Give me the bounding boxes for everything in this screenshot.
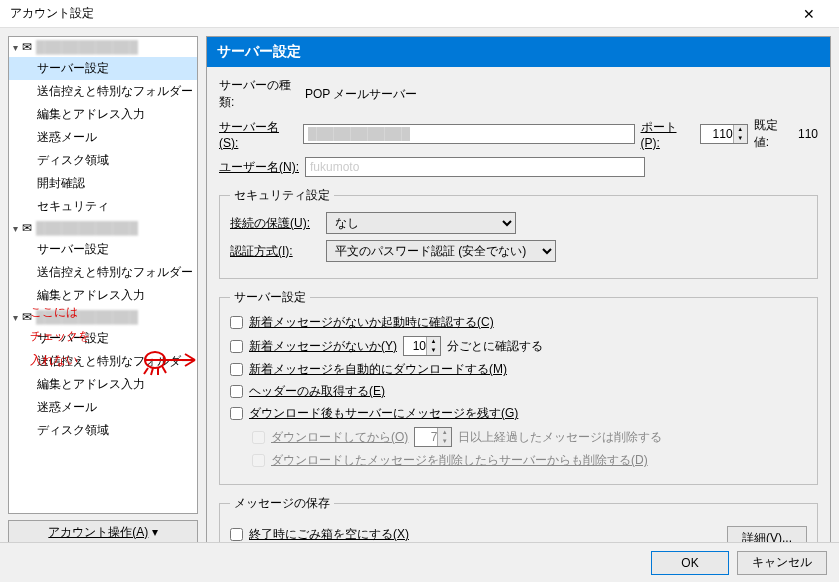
tree-item[interactable]: 送信控えと特別なフォルダー [9, 350, 197, 373]
caret-down-icon: ▾ [13, 312, 18, 323]
check-headers[interactable] [230, 385, 243, 398]
storage-legend: メッセージの保存 [230, 495, 334, 512]
server-type-label: サーバーの種類: [219, 77, 299, 111]
tree-item[interactable]: 送信控えと特別なフォルダー [9, 80, 197, 103]
check-leave[interactable] [230, 407, 243, 420]
check-interval[interactable] [230, 340, 243, 353]
caret-down-icon: ▾ [13, 223, 18, 234]
tree-item[interactable]: サーバー設定 [9, 327, 197, 350]
panel-title: サーバー設定 [207, 37, 830, 67]
port-default-value: 110 [798, 127, 818, 141]
tree-item-server[interactable]: サーバー設定 [9, 57, 197, 80]
tree-item[interactable]: 送信控えと特別なフォルダー [9, 261, 197, 284]
server-name-label: サーバー名(S): [219, 119, 297, 150]
account-label: ████████████ [36, 221, 138, 235]
account-node[interactable]: ▾ ✉ ████████████ [9, 218, 197, 238]
user-name-label: ユーザー名(N): [219, 159, 299, 176]
tree-item[interactable]: 迷惑メール [9, 126, 197, 149]
mail-icon: ✉ [22, 221, 32, 235]
close-icon[interactable]: ✕ [789, 6, 829, 22]
tree-item[interactable]: ディスク領域 [9, 149, 197, 172]
check-startup[interactable] [230, 316, 243, 329]
port-label: ポート(P): [641, 119, 695, 150]
ok-button[interactable]: OK [651, 551, 729, 575]
port-default-label: 既定値: [754, 117, 792, 151]
dialog-footer: OK キャンセル [0, 542, 839, 582]
detail-button[interactable]: 詳細(V)... [727, 526, 807, 543]
security-fieldset: セキュリティ設定 接続の保護(U): なし 認証方式(I): 平文のパスワード認… [219, 187, 818, 279]
account-label: ████████████ [36, 310, 138, 324]
check-autodownload[interactable] [230, 363, 243, 376]
days-input: 7▲▼ [414, 427, 452, 447]
tree-item[interactable]: 編集とアドレス入力 [9, 373, 197, 396]
interval-input[interactable]: 10▲▼ [403, 336, 441, 356]
server-name-input[interactable] [303, 124, 635, 144]
tree-item[interactable]: 編集とアドレス入力 [9, 284, 197, 307]
account-actions-button[interactable]: アカウント操作(A) ▾ [8, 520, 198, 544]
sidebar: ▾ ✉ ████████████ サーバー設定 送信控えと特別なフォルダー 編集… [8, 36, 198, 544]
check-empty-trash[interactable] [230, 528, 243, 541]
connection-select[interactable]: なし [326, 212, 516, 234]
mail-icon: ✉ [22, 40, 32, 54]
tree-item[interactable]: ディスク領域 [9, 419, 197, 442]
auth-label: 認証方式(I): [230, 243, 320, 260]
content-panel: サーバー設定 サーバーの種類: POP メールサーバー サーバー名(S): ポー… [206, 36, 831, 544]
check-delete-server [252, 454, 265, 467]
server-settings-legend: サーバー設定 [230, 289, 310, 306]
tree-item[interactable]: 開封確認 [9, 172, 197, 195]
account-node[interactable]: ▾ ✉ ████████████ [9, 37, 197, 57]
tree-item[interactable]: サーバー設定 [9, 238, 197, 261]
account-node[interactable]: ▾ ✉ ████████████ [9, 307, 197, 327]
window-title: アカウント設定 [10, 5, 789, 22]
tree-item[interactable]: 編集とアドレス入力 [9, 103, 197, 126]
account-tree[interactable]: ▾ ✉ ████████████ サーバー設定 送信控えと特別なフォルダー 編集… [8, 36, 198, 514]
chevron-down-icon: ▾ [152, 525, 158, 539]
connection-label: 接続の保護(U): [230, 215, 320, 232]
security-legend: セキュリティ設定 [230, 187, 334, 204]
tree-item[interactable]: 迷惑メール [9, 396, 197, 419]
account-label: ████████████ [36, 40, 138, 54]
cancel-button[interactable]: キャンセル [737, 551, 827, 575]
tree-item[interactable]: セキュリティ [9, 195, 197, 218]
storage-fieldset: メッセージの保存 詳細(V)... 終了時にごみ箱を空にする(X) メッセージの… [219, 495, 818, 543]
mail-icon: ✉ [22, 310, 32, 324]
check-delete-days [252, 431, 265, 444]
server-settings-fieldset: サーバー設定 新着メッセージがないか起動時に確認する(C) 新着メッセージがない… [219, 289, 818, 485]
caret-down-icon: ▾ [13, 42, 18, 53]
auth-select[interactable]: 平文のパスワード認証 (安全でない) [326, 240, 556, 262]
port-input[interactable]: 110▲▼ [700, 124, 747, 144]
user-name-input[interactable] [305, 157, 645, 177]
server-type-value: POP メールサーバー [305, 86, 417, 103]
